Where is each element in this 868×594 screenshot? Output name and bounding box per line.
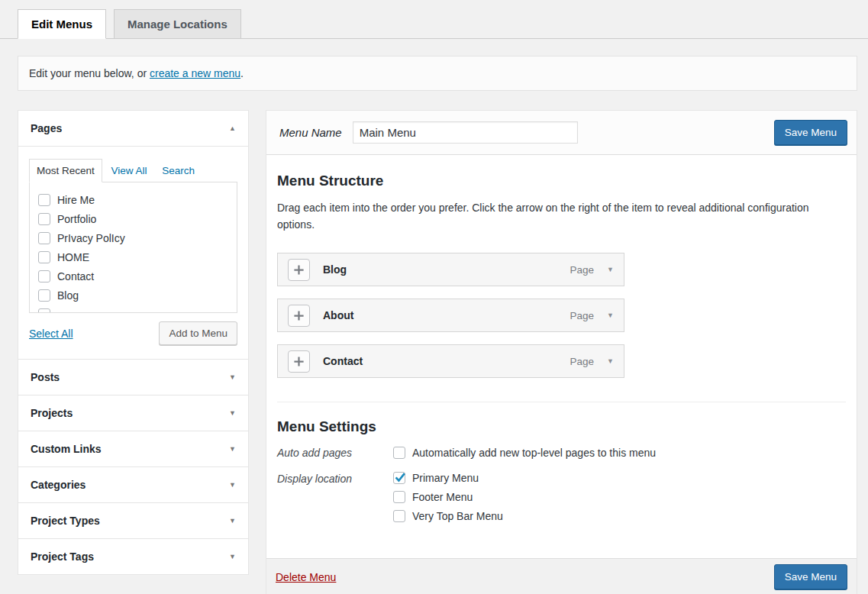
checkbox-unchecked-icon[interactable]: [38, 194, 50, 206]
accordion-title: Project Tags: [31, 550, 94, 563]
display-location-option-primary[interactable]: Primary Menu: [393, 472, 503, 484]
menus-layout: Pages ▲ Most Recent View All Search Hire…: [18, 110, 857, 594]
accordion-custom-links[interactable]: Custom Links ▼: [18, 431, 248, 466]
page-item-label: HOME: [57, 251, 89, 263]
save-menu-button-top[interactable]: Save Menu: [774, 120, 847, 145]
notice-text: Edit your menu below, or: [29, 67, 150, 79]
add-menu-items-sidebar: Pages ▲ Most Recent View All Search Hire…: [18, 110, 249, 575]
auto-add-option-label: Automatically add new top-level pages to…: [412, 447, 656, 459]
tab-edit-menus[interactable]: Edit Menus: [18, 9, 106, 39]
menu-item-label: Contact: [323, 355, 363, 367]
display-location-option-footer[interactable]: Footer Menu: [393, 491, 503, 503]
tab-manage-locations[interactable]: Manage Locations: [114, 9, 241, 39]
check-icon: [393, 470, 407, 484]
location-option-label: Primary Menu: [412, 472, 479, 484]
item-expand-arrow-icon[interactable]: ▼: [607, 357, 614, 365]
menu-structure-description: Drag each item into the order you prefer…: [277, 200, 846, 233]
location-option-label: Footer Menu: [412, 491, 473, 503]
checkbox-unchecked-icon[interactable]: [38, 308, 50, 314]
menu-name-input[interactable]: [353, 121, 578, 144]
pages-panel-body: Most Recent View All Search Hire Me Port…: [18, 146, 248, 359]
select-all-link[interactable]: Select All: [29, 328, 73, 340]
page-item-label: Portfolio: [57, 213, 96, 225]
plus-icon[interactable]: [288, 259, 310, 281]
expand-down-arrow-icon: ▼: [229, 482, 236, 489]
accordion-title: Custom Links: [31, 443, 102, 455]
menu-item-label: About: [323, 309, 353, 321]
accordion-project-types[interactable]: Project Types ▼: [18, 502, 248, 538]
collapse-up-arrow-icon[interactable]: ▲: [229, 125, 236, 132]
expand-down-arrow-icon: ▼: [229, 518, 236, 525]
tab-most-recent[interactable]: Most Recent: [29, 159, 102, 182]
item-expand-arrow-icon[interactable]: ▼: [607, 266, 614, 273]
checkbox-unchecked-icon[interactable]: [393, 491, 405, 503]
tab-search[interactable]: Search: [156, 160, 201, 182]
section-divider: [277, 402, 846, 402]
pages-panel: Pages ▲ Most Recent View All Search Hire…: [18, 111, 248, 359]
checkbox-unchecked-icon[interactable]: [38, 270, 50, 282]
page-checklist-item[interactable]: PrIvacy PolIcy: [38, 228, 237, 247]
menu-item-type: Page: [570, 264, 595, 276]
expand-down-arrow-icon: ▼: [229, 374, 236, 381]
save-menu-button-bottom[interactable]: Save Menu: [774, 564, 847, 589]
item-expand-arrow-icon[interactable]: ▼: [607, 312, 614, 319]
add-to-menu-button[interactable]: Add to Menu: [159, 321, 237, 345]
page-checklist-item-partial[interactable]: [38, 305, 237, 313]
menu-item-blog[interactable]: Blog Page ▼: [277, 253, 624, 286]
expand-down-arrow-icon: ▼: [229, 446, 236, 453]
pages-panel-header[interactable]: Pages ▲: [18, 111, 248, 146]
plus-icon[interactable]: [288, 305, 310, 327]
checkbox-unchecked-icon[interactable]: [38, 232, 50, 244]
page-item-label: PrIvacy PolIcy: [57, 232, 125, 244]
checkbox-unchecked-icon[interactable]: [38, 289, 50, 302]
menu-editor-panel: Menu Name Save Menu Menu Structure Drag …: [266, 110, 857, 594]
accordion-posts[interactable]: Posts ▼: [18, 359, 248, 395]
display-location-options: Primary Menu Footer Menu Very Top Bar Me…: [393, 472, 503, 522]
menu-name-label: Menu Name: [279, 126, 342, 139]
menu-item-type: Page: [570, 310, 595, 321]
accordion-title: Posts: [31, 371, 60, 383]
pages-panel-title: Pages: [31, 122, 62, 134]
menu-item-about[interactable]: About Page ▼: [277, 299, 624, 332]
page-checklist-item[interactable]: Contact: [38, 266, 237, 286]
accordion-title: Projects: [31, 407, 73, 419]
notice-text-end: .: [240, 67, 244, 79]
create-new-menu-link[interactable]: create a new menu: [150, 67, 240, 79]
menu-editor-body: Menu Structure Drag each item into the o…: [266, 155, 857, 558]
accordion-title: Project Types: [31, 515, 100, 527]
menu-structure-list: Blog Page ▼ About Page ▼ Contact: [277, 253, 846, 378]
page-item-label: Blog: [57, 289, 79, 302]
expand-down-arrow-icon: ▼: [229, 554, 236, 560]
page-checklist-item[interactable]: HOME: [38, 247, 237, 266]
checkbox-unchecked-icon[interactable]: [393, 447, 405, 459]
page-checklist-item[interactable]: Blog: [38, 286, 237, 305]
auto-add-pages-option[interactable]: Automatically add new top-level pages to…: [393, 446, 656, 459]
checkbox-unchecked-icon[interactable]: [393, 510, 405, 522]
expand-down-arrow-icon: ▼: [229, 410, 236, 417]
location-option-label: Very Top Bar Menu: [412, 510, 503, 522]
plus-icon[interactable]: [288, 350, 310, 373]
menu-name-header: Menu Name Save Menu: [266, 111, 857, 155]
pages-checklist: Hire Me Portfolio PrIvacy PolIcy HOME: [29, 182, 237, 313]
checkbox-checked-icon[interactable]: [393, 472, 405, 484]
page-item-label: Contact: [57, 270, 94, 282]
pages-panel-actions: Select All Add to Menu: [29, 321, 237, 345]
page-item-label: Hire Me: [57, 194, 95, 206]
page-checklist-item[interactable]: Hire Me: [38, 190, 237, 209]
accordion-projects[interactable]: Projects ▼: [18, 395, 248, 431]
display-location-option-very-top-bar[interactable]: Very Top Bar Menu: [393, 510, 503, 522]
menu-item-contact[interactable]: Contact Page ▼: [277, 344, 624, 378]
admin-tab-bar: Edit Menus Manage Locations: [0, 0, 868, 39]
menu-item-type: Page: [570, 356, 595, 367]
menu-structure-title: Menu Structure: [277, 173, 846, 189]
accordion-categories[interactable]: Categories ▼: [18, 466, 248, 502]
display-location-label: Display location: [277, 472, 393, 522]
checkbox-unchecked-icon[interactable]: [38, 251, 50, 263]
accordion-project-tags[interactable]: Project Tags ▼: [18, 538, 248, 574]
tab-view-all[interactable]: View All: [105, 160, 153, 182]
menu-editor-footer: Delete Menu Save Menu: [266, 558, 857, 594]
page-checklist-item[interactable]: Portfolio: [38, 209, 237, 228]
delete-menu-link[interactable]: Delete Menu: [276, 571, 336, 583]
auto-add-pages-label: Auto add pages: [277, 446, 393, 459]
checkbox-unchecked-icon[interactable]: [38, 213, 50, 225]
